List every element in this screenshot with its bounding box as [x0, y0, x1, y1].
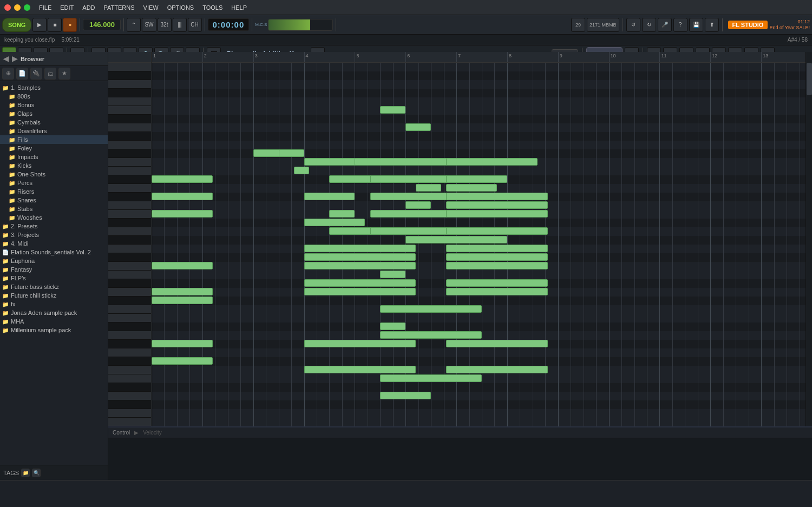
browser-file[interactable]: 📄 [16, 68, 28, 80]
note-21[interactable] [329, 210, 355, 218]
piano-key-18[interactable] [108, 219, 151, 227]
note-51[interactable] [446, 366, 548, 373]
note-46[interactable] [152, 340, 213, 347]
bpm-display[interactable]: 146.000 [83, 19, 121, 30]
note-38[interactable] [446, 279, 548, 287]
note-39[interactable] [152, 288, 213, 295]
browser-item-mha[interactable]: 📁MHA [0, 317, 108, 326]
browser-item-kicks[interactable]: 📁Kicks [0, 161, 108, 170]
piano-key-2[interactable] [108, 80, 151, 89]
redo-icon[interactable]: ↻ [642, 18, 656, 32]
note-14[interactable] [152, 193, 213, 200]
browser-item-elation-sounds_sentials-vol.-2[interactable]: 📄Elation Sounds_sentials Vol. 2 [0, 248, 108, 256]
piano-key-4[interactable] [108, 97, 151, 106]
piano-key-19[interactable] [108, 227, 151, 236]
note-0[interactable] [380, 106, 405, 114]
browser-plugin[interactable]: 🔌 [30, 68, 42, 80]
browser-item-one-shots[interactable]: 📁One Shots [0, 170, 108, 179]
browser-item-claps[interactable]: 📁Claps [0, 109, 108, 118]
menu-add[interactable]: ADD [82, 4, 95, 11]
minimize-button[interactable] [14, 4, 21, 11]
piano-key-5[interactable] [108, 106, 151, 115]
note-37[interactable] [304, 279, 416, 287]
browser-item-fills[interactable]: 📁Fills [0, 135, 108, 144]
vertical-scrollbar[interactable] [806, 63, 812, 426]
browser-home[interactable]: ⊕ [2, 68, 14, 80]
pattern-btn[interactable]: 32t [158, 18, 172, 32]
piano-key-10[interactable] [108, 149, 151, 158]
menu-help[interactable]: HELP [231, 4, 247, 11]
browser-item-foley[interactable]: 📁Foley [0, 144, 108, 153]
record-button[interactable]: ● [63, 18, 77, 32]
scrollbar-thumb[interactable] [807, 63, 812, 95]
mixer-btn[interactable]: ‖| [173, 18, 187, 32]
note-41[interactable] [446, 288, 548, 295]
piano-key-39[interactable] [108, 400, 151, 409]
export-icon[interactable]: ⬆ [705, 18, 719, 32]
browser-item-fx[interactable]: 📁fx [0, 300, 108, 308]
note-8[interactable] [152, 175, 213, 183]
piano-key-31[interactable] [108, 331, 151, 340]
note-53[interactable] [380, 392, 431, 399]
piano-key-28[interactable] [108, 305, 151, 314]
piano-key-32[interactable] [108, 340, 151, 348]
browser-star[interactable]: ★ [58, 68, 70, 80]
piano-key-20[interactable] [108, 236, 151, 245]
note-36[interactable] [380, 271, 405, 278]
note-33[interactable] [152, 262, 213, 269]
channel-btn[interactable]: CH [188, 18, 202, 32]
note-34[interactable] [304, 262, 416, 269]
piano-key-41[interactable] [108, 418, 151, 426]
browser-item-percs[interactable]: 📁Percs [0, 179, 108, 187]
menu-options[interactable]: OPTIONS [167, 4, 194, 11]
note-1[interactable] [405, 123, 431, 131]
play-button[interactable]: ▶ [32, 18, 47, 32]
piano-keyboard[interactable] [108, 63, 152, 426]
control-label[interactable]: Control [113, 430, 130, 436]
browser-item-cymbals[interactable]: 📁Cymbals [0, 118, 108, 127]
close-button[interactable] [4, 4, 11, 11]
browser-forward[interactable]: ▶ [12, 55, 17, 63]
piano-key-30[interactable] [108, 322, 151, 331]
note-49[interactable] [152, 357, 213, 365]
tag-folder[interactable]: 📁 [21, 469, 30, 477]
note-47[interactable] [304, 340, 416, 347]
browser-item-future-chill-stickz[interactable]: 📁Future chill stickz [0, 291, 108, 300]
note-11[interactable] [446, 175, 507, 183]
note-31[interactable] [304, 253, 416, 261]
piano-key-13[interactable] [108, 175, 151, 184]
piano-key-29[interactable] [108, 314, 151, 322]
note-30[interactable] [446, 245, 548, 252]
browser-item-bonus[interactable]: 📁Bonus [0, 101, 108, 109]
piano-key-16[interactable] [108, 201, 151, 210]
browser-item-fantasy[interactable]: 📁Fantasy [0, 265, 108, 274]
note-29[interactable] [304, 245, 416, 252]
note-7[interactable] [294, 167, 309, 174]
browser-item-snares[interactable]: 📁Snares [0, 196, 108, 205]
note-45[interactable] [380, 331, 482, 339]
piano-key-21[interactable] [108, 245, 151, 253]
menu-patterns[interactable]: PATTERNS [104, 4, 135, 11]
piano-key-38[interactable] [108, 392, 151, 400]
save-icon[interactable]: 💾 [689, 18, 703, 32]
browser-item-downlifters[interactable]: 📁Downlifters [0, 127, 108, 135]
piano-key-34[interactable] [108, 357, 151, 366]
note-27[interactable] [446, 227, 548, 235]
note-28[interactable] [405, 236, 507, 243]
browser-item-future-bass-stickz[interactable]: 📁Future bass stickz [0, 282, 108, 291]
browser-back[interactable]: ◀ [3, 55, 9, 63]
browser-item-impacts[interactable]: 📁Impacts [0, 153, 108, 161]
piano-key-40[interactable] [108, 409, 151, 418]
browser-item-flp's[interactable]: 📁FLP's [0, 274, 108, 282]
piano-key-33[interactable] [108, 348, 151, 357]
piano-key-8[interactable] [108, 132, 151, 141]
piano-key-0[interactable] [108, 63, 151, 71]
piano-key-17[interactable] [108, 210, 151, 219]
browser-item-wooshes[interactable]: 📁Wooshes [0, 213, 108, 222]
menu-view[interactable]: VIEW [143, 4, 159, 11]
piano-key-6[interactable] [108, 115, 151, 123]
piano-key-35[interactable] [108, 366, 151, 374]
note-19[interactable] [446, 201, 548, 209]
stop-button[interactable]: ■ [48, 18, 62, 32]
browser-item-jonas-aden-sample-pack[interactable]: 📁Jonas Aden sample pack [0, 308, 108, 317]
